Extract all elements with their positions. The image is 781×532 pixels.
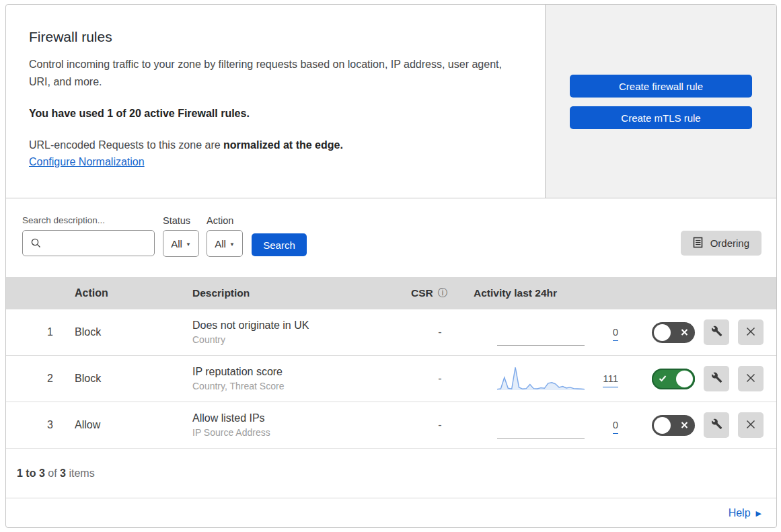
rule-priority: 1	[6, 326, 65, 338]
rule-controls	[652, 319, 776, 345]
rule-activity-cell: 111	[474, 365, 652, 392]
ordering-button-label: Ordering	[710, 237, 749, 249]
status-label: Status	[163, 215, 199, 226]
rule-controls	[652, 366, 776, 391]
status-filter-group: Status All ▼	[163, 215, 199, 257]
normalization-bold-text: normalized at the edge.	[223, 139, 343, 151]
delete-rule-button[interactable]	[738, 412, 764, 438]
rule-action: Block	[65, 326, 184, 338]
rule-match-fields: Country	[192, 334, 406, 345]
rule-description: Allow listed IPs	[192, 412, 406, 424]
pagination-items-text: items	[66, 467, 95, 480]
close-icon	[745, 326, 756, 339]
activity-column-header: Activity last 24hr	[474, 287, 776, 299]
status-value: All	[171, 238, 182, 250]
ordering-button[interactable]: Ordering	[681, 231, 761, 256]
activity-count-link[interactable]: 111	[603, 373, 618, 387]
wrench-icon	[711, 418, 722, 432]
search-label: Search description...	[22, 215, 155, 225]
wrench-icon	[711, 372, 722, 385]
chevron-down-icon: ▼	[229, 241, 235, 248]
search-input[interactable]	[22, 230, 155, 256]
status-dropdown[interactable]: All ▼	[163, 230, 199, 257]
rule-description-cell: Does not originate in UK Country	[184, 319, 406, 345]
help-link-label: Help	[729, 507, 751, 519]
rule-csr-value: -	[406, 419, 474, 431]
usage-note: You have used 1 of 20 active Firewall ru…	[29, 108, 518, 120]
edit-rule-button[interactable]	[704, 366, 729, 391]
rule-enabled-toggle[interactable]	[652, 369, 695, 389]
arrow-right-icon: ▶	[756, 509, 761, 518]
toggle-knob	[676, 371, 693, 387]
edit-rule-button[interactable]	[704, 412, 729, 438]
create-mtls-rule-button[interactable]: Create mTLS rule	[570, 106, 752, 129]
search-button[interactable]: Search	[252, 233, 307, 256]
ordering-list-icon	[693, 237, 704, 250]
action-label: Action	[207, 215, 243, 226]
rule-description-cell: IP reputation score Country, Threat Scor…	[184, 366, 406, 391]
header-actions-panel: Create firewall rule Create mTLS rule	[545, 5, 776, 198]
rule-description: Does not originate in UK	[192, 319, 406, 332]
rule-csr-value: -	[406, 326, 474, 338]
pagination-range: 1 to 3	[17, 467, 45, 480]
rule-description-cell: Allow listed IPs IP Source Address	[184, 412, 406, 438]
table-header-row: Action Description CSR ⓘ Activity last 2…	[6, 277, 776, 309]
edit-rule-button[interactable]	[704, 319, 729, 345]
rule-enabled-toggle[interactable]	[652, 415, 695, 436]
create-firewall-rule-button[interactable]: Create firewall rule	[570, 75, 752, 98]
pagination-of-text: of	[45, 467, 60, 480]
pagination-summary: 1 to 3 of 3 items	[6, 449, 776, 498]
close-icon	[745, 373, 756, 385]
rule-activity-cell: 0	[474, 319, 652, 346]
table-row: 2 Block IP reputation score Country, Thr…	[6, 356, 776, 402]
activity-sparkline	[497, 365, 585, 392]
csr-column-header: CSR ⓘ	[406, 287, 474, 299]
toggle-x-icon	[681, 329, 688, 336]
delete-rule-button[interactable]	[738, 366, 764, 391]
configure-normalization-link[interactable]: Configure Normalization	[29, 156, 145, 167]
help-row: Help ▶	[6, 498, 776, 527]
rule-match-fields: Country, Threat Score	[192, 381, 406, 391]
header-text-block: Firewall rules Control incoming traffic …	[6, 5, 545, 198]
rule-activity-cell: 0	[474, 412, 652, 439]
csr-header-label: CSR	[411, 287, 433, 299]
activity-flatline	[497, 412, 585, 439]
chevron-down-icon: ▼	[186, 241, 191, 248]
rule-controls	[652, 412, 776, 438]
help-link[interactable]: Help ▶	[729, 507, 761, 519]
search-box	[22, 230, 155, 256]
wrench-icon	[711, 326, 722, 339]
pagination-total: 3	[60, 467, 66, 480]
toggle-x-icon	[681, 422, 688, 429]
header-section: Firewall rules Control incoming traffic …	[6, 5, 776, 198]
rule-csr-value: -	[406, 373, 474, 385]
toggle-check-icon	[659, 375, 667, 383]
normalization-text: URL-encoded Requests to this zone are	[29, 139, 223, 151]
table-row: 3 Allow Allow listed IPs IP Source Addre…	[6, 402, 776, 449]
activity-count-link[interactable]: 0	[613, 326, 618, 341]
action-dropdown[interactable]: All ▼	[207, 230, 243, 257]
rule-action: Block	[65, 373, 184, 385]
action-filter-group: Action All ▼	[207, 215, 243, 257]
action-value: All	[215, 238, 226, 250]
page-description: Control incoming traffic to your zone by…	[29, 56, 507, 91]
action-column-header: Action	[65, 287, 184, 299]
rule-match-fields: IP Source Address	[192, 427, 406, 438]
info-icon[interactable]: ⓘ	[438, 287, 447, 299]
activity-flatline	[497, 319, 585, 346]
rule-description: IP reputation score	[192, 366, 406, 378]
delete-rule-button[interactable]	[738, 319, 764, 345]
close-icon	[745, 419, 756, 432]
activity-count-link[interactable]: 0	[613, 419, 618, 434]
firewall-rules-card: Firewall rules Control incoming traffic …	[5, 4, 777, 528]
description-column-header: Description	[184, 287, 406, 299]
toggle-knob	[654, 417, 671, 434]
table-row: 1 Block Does not originate in UK Country…	[6, 309, 776, 356]
rule-priority: 2	[6, 373, 65, 385]
rule-enabled-toggle[interactable]	[652, 322, 695, 343]
search-group: Search description...	[22, 215, 155, 256]
toggle-knob	[654, 324, 671, 341]
normalization-note: URL-encoded Requests to this zone are no…	[29, 139, 518, 151]
rule-action: Allow	[65, 419, 184, 431]
rule-priority: 3	[6, 419, 65, 431]
